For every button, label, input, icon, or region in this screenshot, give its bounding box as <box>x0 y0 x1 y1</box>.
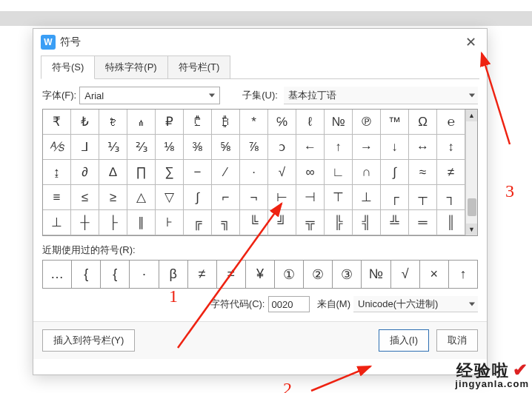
scroll-down-button[interactable]: ▼ <box>466 224 477 235</box>
insert-to-symbolbar-button[interactable]: 插入到符号栏(Y) <box>42 329 135 352</box>
symbol-cell[interactable]: ∟ <box>325 160 353 185</box>
symbol-cell[interactable]: △ <box>127 185 156 210</box>
symbol-cell[interactable]: ┼ <box>71 210 99 235</box>
symbol-cell[interactable]: ╣ <box>353 210 381 235</box>
symbol-cell[interactable]: ║ <box>437 210 465 235</box>
charcode-input[interactable]: 0020 <box>268 296 310 312</box>
symbol-cell[interactable]: ⊤ <box>325 185 353 210</box>
symbol-cell[interactable]: ∕ <box>212 160 240 185</box>
symbol-cell[interactable]: ┐ <box>437 185 465 210</box>
symbol-cell[interactable]: ∑ <box>156 160 184 185</box>
recent-symbol-cell[interactable]: ① <box>275 261 304 289</box>
symbol-cell[interactable]: ₺ <box>71 110 99 135</box>
symbol-cell[interactable]: * <box>240 110 268 135</box>
symbol-cell[interactable]: ⊥ <box>353 185 381 210</box>
symbol-cell[interactable]: ↔ <box>409 135 437 160</box>
symbol-cell[interactable]: ™ <box>381 110 409 135</box>
symbol-cell[interactable]: ⊥ <box>43 210 71 235</box>
symbol-cell[interactable]: ≤ <box>71 185 99 210</box>
recent-symbol-cell[interactable]: √ <box>391 261 420 289</box>
symbol-cell[interactable]: ├ <box>99 210 127 235</box>
recent-symbol-cell[interactable]: × <box>420 261 449 289</box>
symbol-cell[interactable]: ∞ <box>296 160 325 185</box>
recent-symbol-cell[interactable]: ≠ <box>217 261 246 289</box>
symbol-cell[interactable]: ↑ <box>325 135 353 160</box>
encoding-select[interactable]: Unicode(十六进制) <box>353 296 478 312</box>
symbol-cell[interactable]: ╗ <box>212 210 240 235</box>
recent-symbol-cell[interactable]: № <box>362 261 390 289</box>
symbol-cell[interactable]: Ω <box>409 110 437 135</box>
recent-symbol-cell[interactable]: … <box>43 261 72 289</box>
symbol-cell[interactable]: ≈ <box>409 160 437 185</box>
recent-symbol-cell[interactable]: ③ <box>333 261 362 289</box>
symbol-cell[interactable]: ⅜ <box>184 135 212 160</box>
symbol-cell[interactable]: ╔ <box>184 210 212 235</box>
symbol-cell[interactable]: ₼ <box>127 110 156 135</box>
symbol-cell[interactable]: ₾ <box>184 110 212 135</box>
symbol-cell[interactable]: ₿ <box>212 110 240 135</box>
symbol-cell[interactable]: ┬ <box>409 185 437 210</box>
insert-button[interactable]: 插入(I) <box>379 329 429 352</box>
scroll-thumb[interactable] <box>468 198 476 216</box>
symbol-cell[interactable]: ∏ <box>127 160 156 185</box>
close-button[interactable]: ✕ <box>454 29 487 56</box>
symbol-cell[interactable]: ₹ <box>43 110 71 135</box>
recent-symbol-cell[interactable]: { <box>101 261 130 289</box>
symbol-cell[interactable]: ⅃ <box>71 135 99 160</box>
symbol-cell[interactable]: ≡ <box>43 185 71 210</box>
symbol-cell[interactable]: ⅞ <box>240 135 268 160</box>
recent-symbol-cell[interactable]: { <box>72 261 101 289</box>
symbol-cell[interactable]: √ <box>268 160 296 185</box>
symbol-cell[interactable]: ⊣ <box>296 185 325 210</box>
symbol-cell[interactable]: ≠ <box>437 160 465 185</box>
symbol-cell[interactable]: ⅍ <box>43 135 71 160</box>
symbol-cell[interactable]: ¬ <box>240 185 268 210</box>
symbol-cell[interactable]: ↄ <box>268 135 296 160</box>
symbol-cell[interactable]: ⅝ <box>212 135 240 160</box>
symbol-cell[interactable]: ↨ <box>43 160 71 185</box>
tab-symbols[interactable]: 符号(S) <box>41 56 95 79</box>
symbol-cell[interactable]: ⌐ <box>212 185 240 210</box>
symbol-cell[interactable]: ∂ <box>71 160 99 185</box>
symbol-cell[interactable]: ℅ <box>268 110 296 135</box>
symbol-cell[interactable]: ╦ <box>296 210 325 235</box>
scroll-up-button[interactable]: ▲ <box>466 110 477 121</box>
cancel-button[interactable]: 取消 <box>436 329 478 352</box>
symbol-cell[interactable]: ∆ <box>99 160 127 185</box>
symbol-cell[interactable]: ⅓ <box>99 135 127 160</box>
symbol-cell[interactable]: ∫ <box>381 160 409 185</box>
recent-symbol-cell[interactable]: ≠ <box>188 261 217 289</box>
symbol-cell[interactable]: ═ <box>409 210 437 235</box>
symbol-cell[interactable]: ╝ <box>268 210 296 235</box>
symbol-cell[interactable]: ∩ <box>353 160 381 185</box>
recent-symbol-cell[interactable]: ② <box>304 261 333 289</box>
symbol-cell[interactable]: ⅔ <box>127 135 156 160</box>
symbol-cell[interactable]: ╩ <box>381 210 409 235</box>
recent-symbol-cell[interactable]: β <box>159 261 188 289</box>
symbol-cell[interactable]: ⅛ <box>156 135 184 160</box>
symbol-cell[interactable]: ₽ <box>156 110 184 135</box>
symbol-cell[interactable]: ℮ <box>437 110 465 135</box>
symbol-cell[interactable]: ∙ <box>240 160 268 185</box>
symbol-cell[interactable]: ▽ <box>156 185 184 210</box>
symbol-cell[interactable]: ∥ <box>127 210 156 235</box>
recent-symbol-cell[interactable]: ↑ <box>449 261 478 289</box>
tab-special-characters[interactable]: 特殊字符(P) <box>94 56 167 78</box>
symbol-cell[interactable]: ↕ <box>437 135 465 160</box>
symbol-cell[interactable]: ┌ <box>381 185 409 210</box>
symbol-cell[interactable]: ℓ <box>296 110 325 135</box>
font-select[interactable]: Arial <box>79 87 220 104</box>
tab-symbol-bar[interactable]: 符号栏(T) <box>167 56 231 78</box>
symbol-cell[interactable]: ╚ <box>240 210 268 235</box>
symbol-cell[interactable]: ℗ <box>353 110 381 135</box>
symbol-grid-scrollbar[interactable]: ▲ ▼ <box>465 110 477 235</box>
symbol-cell[interactable]: ╠ <box>325 210 353 235</box>
symbol-cell[interactable]: ⊢ <box>268 185 296 210</box>
symbol-cell[interactable]: − <box>184 160 212 185</box>
symbol-cell[interactable]: № <box>325 110 353 135</box>
symbol-cell[interactable]: → <box>353 135 381 160</box>
symbol-cell[interactable]: ⊦ <box>156 210 184 235</box>
symbol-cell[interactable]: ∫ <box>184 185 212 210</box>
symbol-cell[interactable]: ← <box>296 135 325 160</box>
recent-symbol-cell[interactable]: ¥ <box>246 261 275 289</box>
